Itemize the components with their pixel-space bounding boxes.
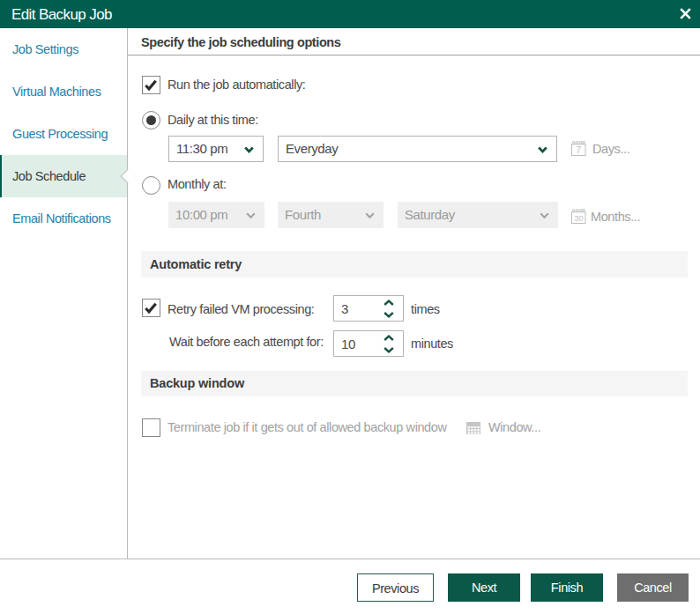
svg-text:30: 30 [574, 213, 583, 223]
svg-text:7: 7 [576, 144, 581, 155]
